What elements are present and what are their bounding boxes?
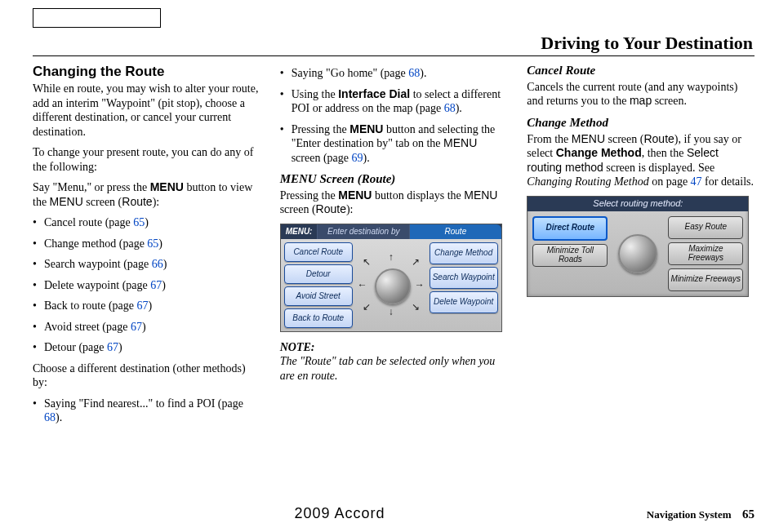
intro-para-2: To change your present route, you can do…	[33, 145, 260, 174]
menu-route-text: Pressing the MENU button displays the ME…	[280, 188, 508, 217]
heading-changing-route: Changing the Route	[33, 63, 260, 80]
list-item: Avoid street (page 67)	[33, 320, 260, 335]
btn-minimize-toll: Minimize Toll Roads	[532, 244, 608, 267]
other-methods-list: Saying "Find nearest..." to find a POI (…	[33, 397, 260, 425]
subheading-cancel-route: Cancel Route	[527, 63, 755, 78]
menu-route-screenshot: MENU: Enter destination by Route Cancel …	[280, 224, 502, 332]
intro-para-1: While en route, you may wish to alter yo…	[33, 82, 260, 139]
page-link[interactable]: 68	[444, 102, 456, 114]
tab-enter-destination: Enter destination by	[317, 224, 409, 239]
btn-change-method: Change Method	[430, 242, 498, 264]
top-empty-box	[33, 8, 161, 28]
menu-label: MENU:	[281, 227, 318, 237]
change-method-text: From the MENU screen (Route), if you say…	[527, 132, 755, 189]
column-1: Changing the Route While en route, you m…	[33, 63, 260, 432]
btn-delete-waypoint: Delete Waypoint	[430, 291, 498, 313]
list-item: Saying "Go home" (page 68).	[280, 66, 508, 81]
list-item: Pressing the MENU button and selecting t…	[280, 122, 508, 166]
subheading-change-method: Change Method	[527, 115, 755, 131]
list-item: Search waypoint (page 66)	[33, 257, 260, 272]
interface-dial-icon	[375, 268, 411, 304]
page-link[interactable]: 68	[408, 67, 420, 79]
routing-method-screenshot: Select routing method: Direct Route Mini…	[527, 196, 749, 297]
page-link[interactable]: 67	[107, 341, 118, 353]
page-link[interactable]: 67	[150, 279, 162, 291]
page-header: Driving to Your Destination	[33, 33, 755, 54]
page-footer: 2009 Accord Navigation System 65	[33, 505, 755, 522]
list-item: Back to route (page 67)	[33, 299, 260, 313]
nav-system-label: Navigation System	[647, 508, 732, 521]
other-methods-lead: Choose a different destination (other me…	[33, 361, 260, 390]
btn-search-waypoint: Search Waypoint	[430, 267, 498, 289]
page-number: 65	[742, 508, 755, 521]
menu-lead: Say "Menu," or press the MENU button to …	[33, 180, 260, 209]
dial-arrows-icon: ↖↑↗ ←→ ↙↓↘	[359, 253, 423, 317]
cancel-route-text: Cancels the current route (and any waypo…	[527, 80, 755, 109]
tab-route: Route	[409, 224, 501, 239]
list-item: Saying "Find nearest..." to find a POI (…	[33, 397, 260, 425]
page-link[interactable]: 65	[133, 216, 145, 228]
note-body: The "Route" tab can be selected only whe…	[280, 354, 508, 383]
page-link[interactable]: 69	[352, 152, 363, 164]
column-3: Cancel Route Cancels the current route (…	[527, 63, 755, 432]
page-link[interactable]: 67	[137, 299, 149, 312]
subheading-menu-route: MENU Screen (Route)	[280, 171, 508, 187]
btn-maximize-freeways: Maximize Freeways	[668, 242, 743, 265]
page-link[interactable]: 47	[691, 175, 702, 188]
list-item: Detour (page 67)	[33, 340, 260, 355]
btn-direct-route: Direct Route	[532, 216, 608, 241]
note-label: NOTE:	[280, 341, 315, 353]
other-methods-continued: Saying "Go home" (page 68). Using the In…	[280, 66, 508, 165]
btn-cancel-route: Cancel Route	[284, 242, 353, 262]
page-link[interactable]: 66	[152, 258, 163, 270]
btn-easy-route: Easy Route	[668, 216, 743, 239]
route-options-list: Cancel route (page 65) Change method (pa…	[33, 215, 260, 355]
page-link[interactable]: 68	[44, 411, 56, 423]
page-link[interactable]: 65	[147, 237, 158, 250]
page-link[interactable]: 67	[131, 321, 142, 333]
btn-detour: Detour	[284, 264, 353, 284]
vehicle-label: 2009 Accord	[33, 505, 647, 522]
btn-minimize-freeways: Minimize Freeways	[668, 268, 743, 291]
list-item: Change method (page 65)	[33, 237, 260, 251]
list-item: Cancel route (page 65)	[33, 215, 260, 230]
header-rule	[33, 55, 755, 56]
list-item: Using the Interface Dial to select a dif…	[280, 87, 508, 116]
routing-title: Select routing method:	[527, 197, 748, 211]
column-2: Saying "Go home" (page 68). Using the In…	[280, 63, 508, 432]
interface-dial-icon	[618, 234, 657, 273]
btn-avoid-street: Avoid Street	[284, 286, 353, 306]
btn-back-to-route: Back to Route	[284, 308, 353, 328]
list-item: Delete waypoint (page 67)	[33, 278, 260, 293]
